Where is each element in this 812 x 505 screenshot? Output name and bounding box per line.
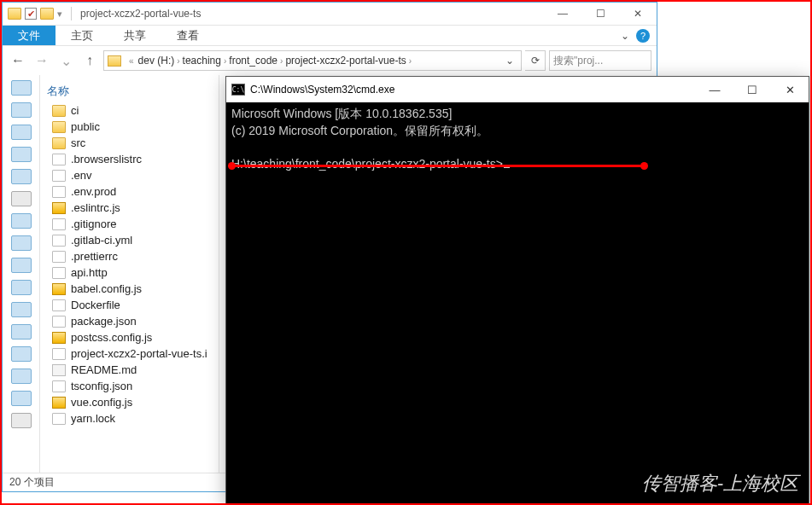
file-icon bbox=[52, 348, 66, 360]
tab-file[interactable]: 文件 bbox=[3, 26, 55, 45]
documents-icon[interactable] bbox=[11, 147, 32, 162]
list-item[interactable]: tsconfig.json bbox=[47, 378, 212, 394]
file-icon bbox=[52, 186, 66, 198]
drive-icon[interactable] bbox=[11, 302, 32, 317]
qat-dropdown-icon[interactable]: ▾ bbox=[57, 9, 62, 20]
maximize-button[interactable]: ☐ bbox=[581, 3, 619, 26]
address-dropdown-icon[interactable]: ⌄ bbox=[502, 55, 517, 67]
network-icon[interactable] bbox=[11, 413, 32, 428]
file-name: babel.config.js bbox=[71, 282, 142, 295]
file-name: package.json bbox=[71, 315, 137, 328]
file-name: src bbox=[71, 136, 85, 149]
chevron-right-icon[interactable]: › bbox=[280, 56, 283, 66]
breadcrumb-segment[interactable]: teaching bbox=[183, 55, 221, 67]
thispc-icon[interactable] bbox=[11, 191, 32, 206]
drive-icon[interactable] bbox=[11, 235, 32, 251]
list-item[interactable]: README.md bbox=[47, 362, 212, 378]
breadcrumb-prefix-icon[interactable]: « bbox=[129, 56, 134, 66]
js-icon bbox=[52, 283, 66, 295]
ribbon-expand-icon[interactable]: ⌄ bbox=[621, 30, 629, 42]
window-title: project-xczx2-portal-vue-ts bbox=[80, 8, 201, 20]
breadcrumb-segment[interactable]: project-xczx2-portal-vue-ts bbox=[285, 55, 406, 67]
search-input[interactable]: 搜索"proj... bbox=[549, 50, 651, 71]
file-name: README.md bbox=[71, 363, 137, 376]
close-button[interactable]: ✕ bbox=[771, 77, 809, 102]
drive-icon[interactable] bbox=[11, 346, 32, 362]
list-item[interactable]: project-xczx2-portal-vue-ts.i bbox=[47, 345, 212, 362]
desktop-icon[interactable] bbox=[11, 102, 32, 118]
ribbon-tabs: 文件 主页 共享 查看 ⌄ ? bbox=[3, 26, 657, 46]
cmd-titlebar[interactable]: C:\ C:\Windows\System32\cmd.exe — ☐ ✕ bbox=[226, 77, 809, 102]
drive-icon[interactable] bbox=[11, 280, 32, 295]
chevron-right-icon[interactable]: › bbox=[224, 56, 226, 66]
list-item[interactable]: vue.config.js bbox=[47, 394, 212, 410]
qat-properties-icon[interactable]: ✔ bbox=[25, 8, 37, 20]
column-header-name[interactable]: 名称 bbox=[47, 80, 212, 102]
list-item[interactable]: yarn.lock bbox=[47, 410, 212, 427]
file-name: .gitlab-ci.yml bbox=[71, 234, 132, 247]
list-item[interactable]: package.json bbox=[47, 313, 212, 329]
tab-view[interactable]: 查看 bbox=[161, 26, 214, 45]
file-name: .gitignore bbox=[71, 218, 116, 230]
list-item[interactable]: Dockerfile bbox=[47, 297, 212, 313]
maximize-button[interactable]: ☐ bbox=[733, 77, 771, 102]
qat-newfolder-icon[interactable] bbox=[40, 8, 54, 20]
list-item[interactable]: src bbox=[47, 135, 212, 151]
downloads-icon[interactable] bbox=[11, 125, 32, 140]
folder-icon bbox=[52, 121, 66, 133]
annotation-underline bbox=[231, 165, 645, 167]
back-button[interactable]: ← bbox=[8, 50, 28, 71]
list-item[interactable]: ci bbox=[47, 102, 212, 119]
file-name: .env bbox=[71, 169, 92, 182]
breadcrumb-segment[interactable]: dev (H:) bbox=[138, 55, 175, 67]
breadcrumb-segment[interactable]: front_code bbox=[229, 55, 277, 67]
list-item[interactable]: postcss.config.js bbox=[47, 329, 212, 345]
list-item[interactable]: public bbox=[47, 119, 212, 135]
file-icon bbox=[52, 235, 66, 247]
pictures-icon[interactable] bbox=[11, 169, 32, 184]
drive-icon[interactable] bbox=[11, 213, 32, 229]
list-item[interactable]: .env.prod bbox=[47, 183, 212, 200]
list-item[interactable]: babel.config.js bbox=[47, 281, 212, 297]
js-icon bbox=[52, 397, 66, 409]
recent-dropdown-icon[interactable]: ⌄ bbox=[55, 50, 76, 71]
file-name: yarn.lock bbox=[71, 412, 115, 425]
forward-button[interactable]: → bbox=[32, 50, 52, 71]
close-button[interactable]: ✕ bbox=[619, 3, 657, 26]
file-icon bbox=[52, 380, 66, 392]
list-item[interactable]: .gitlab-ci.yml bbox=[47, 232, 212, 248]
nav-row: ← → ⌄ ↑ « dev (H:)›teaching›front_code›p… bbox=[3, 46, 657, 75]
drive-icon[interactable] bbox=[11, 369, 32, 384]
list-item[interactable]: .eslintrc.js bbox=[47, 200, 212, 216]
drive-icon[interactable] bbox=[11, 324, 32, 340]
watermark-text: 传智播客-上海校区 bbox=[642, 471, 798, 496]
help-icon[interactable]: ? bbox=[636, 29, 650, 43]
file-name: .eslintrc.js bbox=[71, 201, 120, 214]
list-item[interactable]: .gitignore bbox=[47, 216, 212, 232]
tab-share[interactable]: 共享 bbox=[108, 26, 161, 45]
up-button[interactable]: ↑ bbox=[79, 50, 100, 71]
list-item[interactable]: api.http bbox=[47, 264, 212, 281]
explorer-titlebar[interactable]: ✔ ▾ project-xczx2-portal-vue-ts — ☐ ✕ bbox=[3, 3, 657, 26]
nav-pane[interactable] bbox=[3, 75, 40, 473]
folder-icon bbox=[8, 8, 21, 20]
address-bar[interactable]: « dev (H:)›teaching›front_code›project-x… bbox=[103, 50, 522, 71]
list-item[interactable]: .env bbox=[47, 167, 212, 183]
file-name: tsconfig.json bbox=[71, 380, 132, 392]
tab-home[interactable]: 主页 bbox=[55, 26, 108, 45]
folder-icon bbox=[52, 105, 66, 117]
minimize-button[interactable]: — bbox=[544, 3, 581, 26]
refresh-button[interactable]: ⟳ bbox=[525, 50, 546, 71]
minimize-button[interactable]: — bbox=[696, 77, 733, 102]
chevron-right-icon[interactable]: › bbox=[177, 56, 179, 66]
drive-icon[interactable] bbox=[11, 391, 32, 406]
file-name: Dockerfile bbox=[71, 299, 120, 311]
chevron-right-icon[interactable]: › bbox=[409, 56, 412, 66]
quickaccess-icon[interactable] bbox=[11, 80, 32, 96]
folder-icon bbox=[52, 137, 66, 149]
list-item[interactable]: .browserslistrc bbox=[47, 151, 212, 167]
file-name: project-xczx2-portal-vue-ts.i bbox=[71, 347, 207, 360]
drive-icon[interactable] bbox=[11, 258, 32, 273]
file-name: ci bbox=[71, 104, 79, 117]
list-item[interactable]: .prettierrc bbox=[47, 248, 212, 264]
